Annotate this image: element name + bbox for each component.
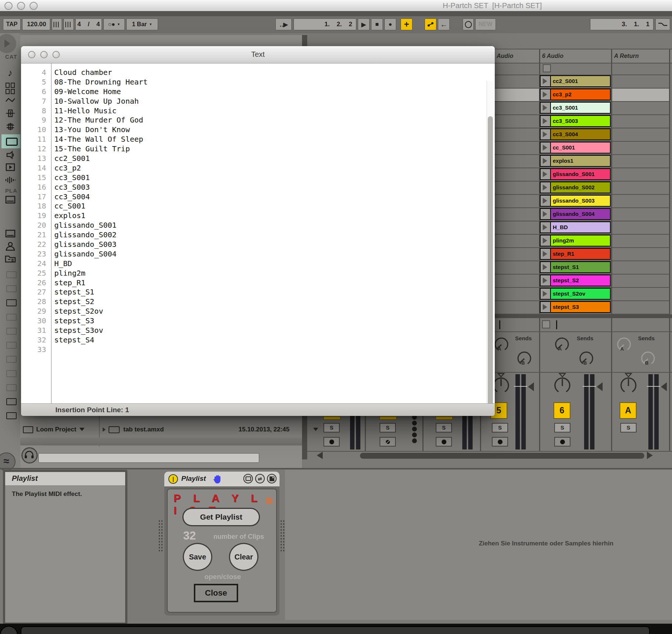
device-drop-area[interactable]: Ziehen Sie Instrumente oder Samples hier… [285, 470, 672, 620]
clip-stepst_S1[interactable]: stepst_S1 [540, 261, 611, 273]
track-activator-return-a[interactable]: A [620, 402, 637, 419]
track-activator-6[interactable]: 6 [553, 402, 570, 419]
clear-button[interactable]: Clear [229, 543, 258, 571]
clip-cc3_S001[interactable]: cc3_S001 [540, 102, 611, 114]
clip-play-icon[interactable] [541, 249, 551, 259]
session-record-button[interactable] [463, 18, 474, 30]
text-line[interactable]: 28stepst_S2 [21, 297, 495, 307]
text-line[interactable]: 29stepst_S2ov [21, 307, 495, 316]
play-button[interactable]: ▶ [358, 18, 370, 30]
text-line[interactable]: 25pling2m [21, 269, 495, 278]
clip-play-icon[interactable] [541, 235, 551, 246]
folder-icon[interactable] [6, 314, 17, 321]
browser-place-loom-project[interactable]: Loom Project [22, 423, 98, 437]
text-line[interactable]: 811-Hello Music [21, 106, 495, 116]
clip-cc3_S004[interactable]: cc3_S004 [540, 128, 611, 140]
folder-icon[interactable] [6, 328, 17, 335]
new-button[interactable]: NEW [475, 18, 496, 30]
volume-fader-handle[interactable] [661, 382, 667, 391]
send-a-knob[interactable] [493, 337, 510, 353]
clip-cc3_S003[interactable]: cc3_S003 [540, 115, 611, 127]
text-line[interactable]: 508-The Drowning Heart [21, 77, 495, 87]
pan-knob[interactable] [553, 373, 572, 396]
solo-button-2[interactable]: S [380, 423, 396, 433]
scroll-left-arrow[interactable] [317, 452, 323, 459]
text-line[interactable]: 710-Swallow Up Jonah [21, 97, 495, 106]
text-line[interactable]: 1013-You Don't Know [21, 125, 495, 135]
close-window-icon[interactable] [4, 2, 13, 10]
chevron-down-icon[interactable] [313, 428, 318, 431]
clip-play-icon[interactable] [541, 103, 551, 113]
folder-icon[interactable] [6, 412, 17, 419]
text-line[interactable]: 4Cloud chamber [21, 68, 495, 77]
text-line[interactable]: 14cc3_p2 [21, 163, 495, 173]
arrangement-position-field[interactable]: 1. 2. 2 [294, 18, 356, 30]
send-a-knob[interactable] [554, 337, 570, 353]
overdub-button[interactable]: + [401, 18, 412, 30]
vertical-scrollbar[interactable] [487, 81, 494, 403]
stop-button[interactable]: ■ [371, 18, 383, 30]
text-lines[interactable]: 4Cloud chamber508-The Drowning Heart609-… [21, 68, 495, 355]
clips-icon[interactable] [0, 163, 20, 173]
clip-play-icon[interactable] [541, 196, 551, 206]
instruments-icon[interactable] [0, 97, 20, 105]
quantize-menu[interactable]: 1 Bar ▼ [126, 18, 158, 30]
clip-cc2_S001[interactable]: cc2_S001 [540, 75, 611, 87]
record-button[interactable]: ● [384, 18, 396, 30]
arm-button-3[interactable] [436, 437, 452, 447]
solo-button-return-a[interactable]: S [620, 423, 637, 433]
text-line[interactable]: 32stepst_S4 [21, 335, 495, 345]
clip-slot-grid[interactable] [611, 62, 669, 314]
text-line[interactable]: 22glissando_S003 [21, 240, 495, 249]
time-signature-field[interactable]: 4 / 4 [75, 18, 102, 30]
text-line[interactable]: 1215-The Guilt Trip [21, 144, 495, 154]
clip-glissando_S001[interactable]: glissando_S001 [540, 168, 611, 180]
text-line[interactable]: 13cc2_S001 [21, 154, 495, 163]
arm-button-6[interactable] [554, 437, 570, 447]
volume-fader-handle[interactable] [528, 382, 534, 391]
preview-headphone-button[interactable] [21, 447, 38, 464]
clip-play-icon[interactable] [541, 76, 551, 86]
track-header-6[interactable]: 6 Audio [539, 49, 614, 63]
horizontal-scrollbar-thumb[interactable] [360, 453, 644, 459]
packs-icon[interactable] [0, 196, 20, 205]
text-line[interactable]: 24H_BD [21, 259, 495, 269]
text-line[interactable]: 19explos1 [21, 211, 495, 221]
device-show-button[interactable] [243, 474, 253, 483]
track-activator-partial[interactable] [436, 416, 453, 420]
clip-explos1[interactable]: explos1 [540, 155, 611, 167]
clip-play-icon[interactable] [541, 182, 551, 193]
volume-fader-handle[interactable] [597, 382, 603, 391]
clip-stop-marker[interactable] [556, 320, 557, 329]
chevron-down-icon[interactable] [79, 428, 85, 431]
clip-play-icon[interactable] [541, 275, 551, 286]
get-playlist-button[interactable]: Get Playlist [182, 508, 260, 526]
device-map-button[interactable]: ⇄ [255, 474, 265, 483]
zoom-window-icon[interactable] [30, 2, 38, 10]
clip-count-value[interactable]: 32 [183, 529, 196, 542]
text-window-title-bar[interactable]: Text [21, 46, 495, 63]
text-line[interactable]: 18cc_S001 [21, 201, 495, 211]
clip-play-icon[interactable] [541, 129, 551, 139]
clip-play-icon[interactable] [541, 209, 551, 219]
drums-icon[interactable] [0, 83, 20, 94]
arm-button-2[interactable] [380, 437, 396, 447]
save-button[interactable]: Save [183, 543, 212, 571]
text-line[interactable]: 609-Welcome Home [21, 87, 495, 97]
text-line[interactable]: 21glissando_S002 [21, 230, 495, 240]
folder-icon[interactable] [6, 398, 17, 405]
loop-position-field[interactable]: 3. 1. 1 [590, 18, 654, 30]
library-icon[interactable] [0, 230, 20, 239]
clip-play-icon[interactable] [541, 142, 551, 153]
folder-icon[interactable] [6, 370, 17, 377]
clip-glissando_S004[interactable]: glissando_S004 [540, 208, 611, 220]
clip-stepst_S2[interactable]: stepst_S2 [540, 275, 611, 286]
clip-play-icon[interactable] [541, 169, 551, 179]
text-line[interactable]: 33 [21, 345, 495, 355]
text-line[interactable]: 23glissando_S004 [21, 249, 495, 259]
arm-button-5[interactable] [492, 437, 508, 447]
device-power-button[interactable]: | [168, 474, 178, 484]
solo-button-5[interactable]: S [492, 423, 508, 433]
clip-play-icon[interactable] [541, 89, 551, 100]
clip-stop-button[interactable] [543, 64, 551, 72]
